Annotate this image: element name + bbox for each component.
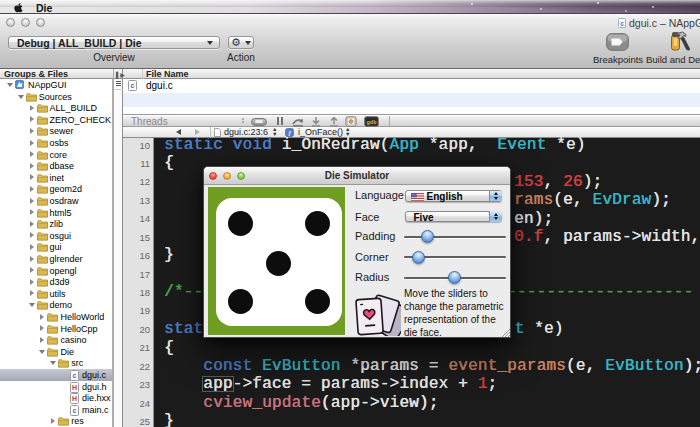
svg-text:c: c <box>131 82 135 89</box>
svg-text:c: c <box>620 20 624 27</box>
svg-text:c: c <box>73 407 77 414</box>
svg-text:H: H <box>72 396 77 403</box>
svg-text:H: H <box>72 384 77 391</box>
svg-text:gdb: gdb <box>367 119 378 126</box>
svg-text:c: c <box>73 372 77 379</box>
